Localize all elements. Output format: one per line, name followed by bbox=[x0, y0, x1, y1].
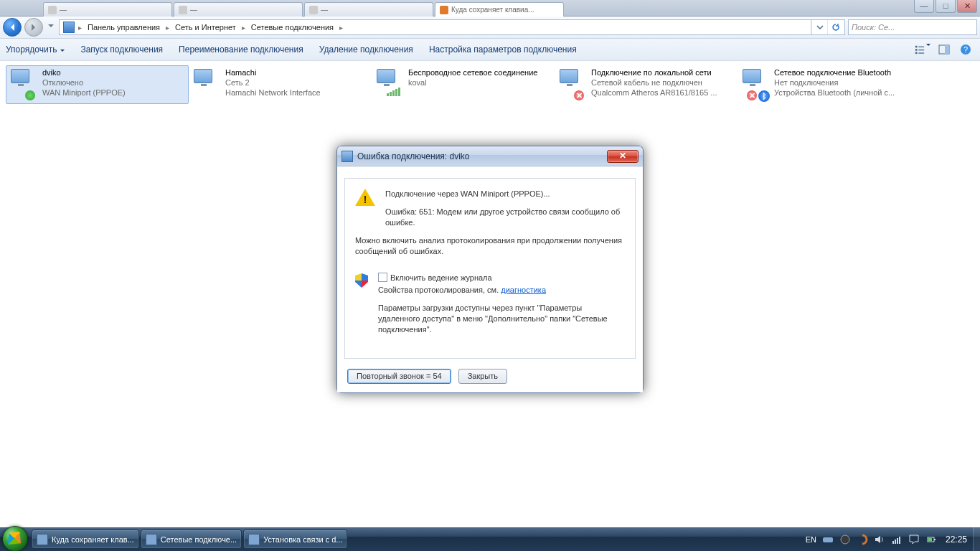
svg-rect-14 bbox=[897, 538, 898, 544]
bluetooth-icon: ᛒ bbox=[758, 90, 770, 102]
organize-menu[interactable]: Упорядочить bbox=[6, 44, 65, 55]
redial-button[interactable]: Повторный звонок = 54 bbox=[347, 369, 451, 384]
nav-forward-button[interactable] bbox=[24, 18, 43, 37]
connection-name: Подключение по локальной сети bbox=[591, 67, 717, 77]
start-connection-button[interactable]: Запуск подключения bbox=[80, 44, 163, 55]
connection-name: Hamachi bbox=[225, 67, 321, 77]
tray-icon[interactable] bbox=[857, 534, 868, 545]
help-button[interactable]: ? bbox=[957, 42, 974, 57]
browser-tab[interactable]: — bbox=[43, 2, 172, 17]
close-icon: ✕ bbox=[964, 1, 971, 10]
taskbar-item-label: Сетевые подключе... bbox=[161, 535, 237, 544]
browser-tab[interactable]: — bbox=[174, 2, 303, 17]
network-icon[interactable] bbox=[891, 534, 903, 545]
tray-icon[interactable] bbox=[839, 534, 851, 545]
svg-text:?: ? bbox=[963, 45, 968, 54]
svg-rect-10 bbox=[823, 537, 833, 542]
status-error-icon: ✕ bbox=[574, 90, 584, 100]
rename-connection-button[interactable]: Переименование подключения bbox=[179, 44, 303, 55]
checkbox-label: Включить ведение журнала bbox=[390, 273, 492, 282]
svg-rect-18 bbox=[928, 538, 932, 541]
connection-item-wireless[interactable]: Беспроводное сетевое соединение koval bbox=[372, 65, 555, 104]
volume-icon[interactable] bbox=[874, 534, 885, 545]
breadcrumb[interactable]: Панель управления Сеть и Интернет Сетевы… bbox=[59, 19, 845, 35]
toolbar: Упорядочить Запуск подключения Переимено… bbox=[0, 39, 980, 61]
dialog-hint-text: Можно включить анализ протоколирования п… bbox=[355, 235, 625, 257]
taskbar: Куда сохраняет клав... Сетевые подключе.… bbox=[0, 527, 980, 551]
svg-rect-7 bbox=[945, 45, 949, 54]
connection-icon bbox=[192, 67, 221, 102]
delete-connection-button[interactable]: Удаление подключения bbox=[319, 44, 413, 55]
dialog-close-button[interactable]: ✕ bbox=[607, 150, 639, 163]
navigation-bar: Панель управления Сеть и Интернет Сетевы… bbox=[0, 17, 980, 39]
chevron-down-icon bbox=[59, 44, 65, 55]
maximize-icon: □ bbox=[943, 1, 948, 10]
preview-pane-button[interactable] bbox=[936, 42, 953, 57]
connection-name: dviko bbox=[42, 67, 126, 77]
view-mode-button[interactable] bbox=[914, 42, 931, 57]
log-properties-text: Свойства протоколирования, см. bbox=[378, 286, 501, 294]
maximize-button[interactable]: □ bbox=[936, 0, 956, 13]
breadcrumb-item[interactable]: Сетевые подключения bbox=[247, 23, 338, 32]
svg-rect-4 bbox=[918, 50, 924, 50]
svg-rect-15 bbox=[899, 537, 900, 544]
show-desktop-button[interactable] bbox=[973, 527, 980, 551]
svg-rect-0 bbox=[915, 46, 918, 48]
taskbar-item[interactable]: Куда сохраняет клав... bbox=[32, 529, 139, 549]
connection-icon: ✕ bbox=[558, 67, 587, 102]
svg-rect-12 bbox=[892, 541, 894, 544]
tab-label: Куда сохраняет клавиа... bbox=[451, 6, 534, 14]
nav-history-dropdown[interactable] bbox=[46, 20, 56, 34]
search-input[interactable]: Поиск: Се... bbox=[848, 19, 977, 35]
dialog-info-text: Параметры загрузки доступны через пункт … bbox=[378, 303, 625, 335]
breadcrumb-sep-icon bbox=[338, 23, 344, 32]
breadcrumb-dropdown-button[interactable] bbox=[811, 20, 827, 34]
app-icon bbox=[146, 534, 157, 545]
connection-settings-button[interactable]: Настройка параметров подключения bbox=[429, 44, 577, 55]
favicon-icon bbox=[309, 6, 318, 14]
action-center-icon[interactable] bbox=[908, 534, 920, 545]
taskbar-items: Куда сохраняет клав... Сетевые подключе.… bbox=[32, 527, 347, 551]
connection-status: Сетевой кабель не подключен bbox=[591, 77, 717, 88]
favicon-icon bbox=[48, 6, 57, 14]
start-button[interactable] bbox=[0, 527, 29, 551]
clock[interactable]: 22:25 bbox=[946, 534, 967, 545]
minimize-button[interactable]: — bbox=[914, 0, 934, 13]
connection-detail: WAN Miniport (PPPOE) bbox=[42, 88, 126, 98]
connection-item-dviko[interactable]: dviko Отключено WAN Miniport (PPPOE) bbox=[6, 65, 189, 104]
taskbar-item[interactable]: Сетевые подключе... bbox=[141, 529, 242, 549]
connection-item-lan[interactable]: ✕ Подключение по локальной сети Сетевой … bbox=[555, 65, 738, 104]
diagnostics-link[interactable]: диагностика bbox=[501, 286, 546, 294]
close-dialog-button[interactable]: Закрыть bbox=[458, 369, 507, 384]
enable-logging-checkbox[interactable] bbox=[378, 273, 387, 282]
dialog-titlebar[interactable]: Ошибка подключения: dviko ✕ bbox=[336, 146, 644, 166]
browser-tab-active[interactable]: Куда сохраняет клавиа... bbox=[435, 2, 564, 17]
browser-tab[interactable]: — bbox=[304, 2, 433, 17]
connection-item-hamachi[interactable]: Hamachi Сеть 2 Hamachi Network Interface bbox=[189, 65, 372, 104]
refresh-button[interactable] bbox=[827, 20, 843, 34]
minimize-icon: — bbox=[920, 1, 928, 10]
background-browser-chrome: — — — Куда сохраняет клавиа... — □ ✕ bbox=[0, 0, 980, 17]
taskbar-item[interactable]: Установка связи с d... bbox=[243, 529, 347, 549]
status-ok-icon bbox=[25, 90, 35, 100]
breadcrumb-sep-icon bbox=[240, 23, 247, 32]
breadcrumb-item[interactable]: Панель управления bbox=[83, 23, 164, 32]
toolbar-label: Упорядочить bbox=[6, 44, 57, 55]
connection-icon bbox=[9, 67, 38, 102]
toolbar-label: Запуск подключения bbox=[80, 44, 163, 55]
tray-icon[interactable] bbox=[822, 534, 834, 545]
favicon-icon bbox=[179, 6, 187, 14]
language-indicator[interactable]: EN bbox=[806, 535, 816, 544]
breadcrumb-sep-icon bbox=[164, 23, 171, 32]
control-panel-icon bbox=[63, 22, 75, 33]
window-buttons: — □ ✕ bbox=[913, 0, 977, 13]
close-button[interactable]: ✕ bbox=[957, 0, 977, 13]
toolbar-label: Удаление подключения bbox=[319, 44, 413, 55]
tab-label: — bbox=[190, 6, 197, 14]
nav-back-button[interactable] bbox=[3, 18, 22, 37]
svg-rect-5 bbox=[918, 52, 924, 53]
breadcrumb-item[interactable]: Сеть и Интернет bbox=[171, 23, 240, 32]
connection-item-bluetooth[interactable]: ✕ᛒ Сетевое подключение Bluetooth Нет под… bbox=[738, 65, 920, 104]
warning-icon bbox=[355, 189, 375, 207]
power-icon[interactable] bbox=[925, 534, 937, 545]
